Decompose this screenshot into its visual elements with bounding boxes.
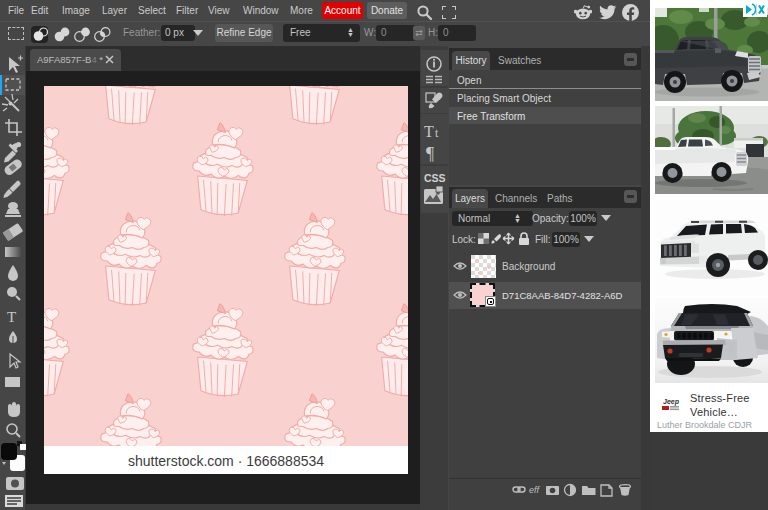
- svg-text:eff: eff: [529, 485, 541, 495]
- svg-text:shutterstock.com · 1666888534: shutterstock.com · 1666888534: [128, 453, 324, 469]
- svg-text:T: T: [424, 123, 434, 140]
- svg-text:CSS: CSS: [424, 172, 446, 184]
- svg-text:T: T: [7, 309, 16, 325]
- svg-text:¶: ¶: [426, 144, 434, 164]
- svg-text:Jeep: Jeep: [663, 398, 680, 406]
